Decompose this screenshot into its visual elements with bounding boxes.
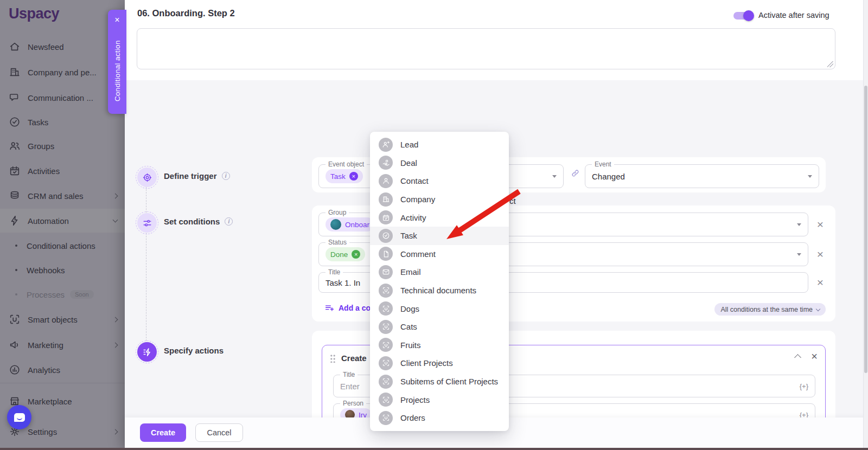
dropdown-option-email[interactable]: Email — [370, 263, 509, 281]
option-label: Projects — [400, 395, 430, 404]
field-label: Group — [326, 209, 349, 216]
event-object-chip[interactable]: Task — [326, 169, 363, 183]
chip-remove-icon[interactable] — [349, 172, 358, 181]
step-label-text: Set conditions — [164, 217, 220, 226]
dropdown-option-contact[interactable]: Contact — [370, 172, 509, 190]
specify-actions-step-icon — [137, 342, 157, 362]
field-label: Event object — [326, 161, 367, 168]
dropdown-caret-icon[interactable] — [552, 175, 557, 180]
conditional-action-tab[interactable]: Conditional action — [108, 10, 126, 114]
resize-handle-icon[interactable] — [827, 61, 833, 67]
step-connector — [146, 187, 146, 344]
group-avatar — [330, 219, 341, 230]
page-title: 06. Onboarding. Step 2 — [137, 8, 235, 18]
set-conditions-step: Set conditions — [164, 217, 233, 226]
tune-icon — [142, 218, 152, 228]
app-root: Uspacy Newsfeed Company and pe... Commun… — [0, 0, 868, 450]
comment-icon — [379, 247, 393, 261]
link-icon — [571, 169, 580, 180]
chat-bubble-icon — [14, 413, 25, 422]
remove-condition-button[interactable] — [814, 218, 827, 231]
option-label: Orders — [400, 413, 425, 422]
dropdown-option-deal[interactable]: Deal — [370, 154, 509, 172]
chip-label: Task — [330, 172, 346, 181]
action-panel-title: Create — [341, 353, 367, 363]
status-chip[interactable]: Done — [326, 247, 365, 261]
dropdown-caret-icon[interactable] — [797, 223, 801, 228]
collapse-chevron-icon[interactable] — [794, 354, 801, 361]
option-label: Deal — [400, 158, 417, 168]
chip-label: Onboar — [345, 221, 369, 229]
dropdown-option-cats[interactable]: Cats — [370, 318, 509, 336]
drag-handle-icon[interactable] — [329, 353, 335, 363]
tab-label: Conditional action — [113, 25, 122, 114]
define-trigger-step-icon — [137, 168, 157, 187]
dropdown-option-comment[interactable]: Comment — [370, 245, 509, 263]
dropdown-option-fruits[interactable]: Fruits — [370, 336, 509, 355]
step-label-text: Specify actions — [164, 346, 224, 355]
chip-remove-icon[interactable] — [352, 250, 360, 259]
dropdown-option-lead[interactable]: Lead — [370, 136, 509, 154]
title-condition-value: Task 1. In — [326, 278, 360, 287]
activate-toggle[interactable] — [733, 12, 753, 20]
task-icon — [379, 229, 393, 243]
lead-icon — [379, 138, 393, 152]
dropdown-option-orders[interactable]: Orders — [370, 409, 509, 427]
event-object-dropdown: Lead Deal Contact Company Activity Task … — [370, 132, 509, 431]
bolt-lines-icon — [142, 347, 152, 357]
dropdown-option-technical-documents[interactable]: Technical documents — [370, 281, 509, 300]
option-label: Lead — [400, 140, 418, 149]
page-scrollbar — [863, 0, 868, 448]
event-select[interactable]: Event Changed — [585, 164, 819, 188]
dropdown-option-subitems-of-client-projects[interactable]: Subitems of Client Projects — [370, 372, 509, 391]
option-label: Company — [400, 195, 435, 204]
dropdown-option-client-projects[interactable]: Client Projects — [370, 354, 509, 372]
set-conditions-step-icon — [137, 213, 157, 233]
option-label: Comment — [400, 249, 436, 259]
dropdown-option-projects[interactable]: Projects — [370, 390, 509, 409]
option-label: Contact — [400, 176, 429, 185]
playlist-add-icon — [324, 303, 334, 313]
title-placeholder: Enter — [340, 382, 360, 391]
remove-action-button[interactable] — [811, 350, 818, 363]
smart-object-icon — [379, 338, 393, 352]
deal-icon — [379, 156, 393, 170]
contact-icon — [379, 174, 393, 188]
option-label: Client Projects — [400, 358, 453, 368]
field-label: Person — [340, 400, 366, 407]
activate-toggle-label: Activate after saving — [758, 11, 829, 20]
dropdown-caret-icon[interactable] — [808, 175, 812, 180]
smart-object-icon — [379, 320, 393, 334]
dropdown-caret-icon[interactable] — [797, 253, 801, 258]
insert-token-button[interactable]: {+} — [800, 382, 808, 390]
chip-label: Done — [330, 250, 348, 259]
specify-actions-step: Specify actions — [164, 346, 224, 355]
smart-object-icon — [379, 301, 393, 316]
field-label: Title — [326, 269, 343, 276]
option-label: Subitems of Client Projects — [400, 377, 498, 386]
smart-object-icon — [379, 356, 393, 370]
dropdown-option-activity[interactable]: Activity — [370, 208, 509, 227]
step-label-text: Define trigger — [164, 171, 217, 181]
cancel-button[interactable]: Cancel — [195, 423, 243, 442]
close-icon[interactable] — [114, 15, 119, 25]
remove-condition-button[interactable] — [814, 276, 827, 289]
create-button[interactable]: Create — [140, 423, 186, 442]
remove-condition-button[interactable] — [814, 248, 827, 261]
scrollbar-thumb[interactable] — [864, 86, 867, 373]
option-label: Task — [400, 231, 417, 240]
dropdown-option-dogs[interactable]: Dogs — [370, 299, 509, 318]
company-icon — [379, 192, 393, 207]
group-chip[interactable]: Onboar — [326, 217, 374, 232]
dropdown-option-company[interactable]: Company — [370, 190, 509, 209]
activity-icon — [379, 210, 393, 224]
conditions-match-mode-select[interactable]: All conditions at the same time — [714, 303, 826, 316]
description-textarea[interactable] — [137, 28, 835, 69]
chat-widget-button[interactable] — [7, 405, 31, 429]
info-icon[interactable] — [225, 217, 233, 226]
info-icon[interactable] — [222, 172, 230, 180]
dropdown-option-task[interactable]: Task — [370, 227, 509, 245]
option-label: Fruits — [400, 340, 421, 350]
smart-object-icon — [379, 284, 393, 298]
modal-backdrop — [0, 0, 125, 450]
